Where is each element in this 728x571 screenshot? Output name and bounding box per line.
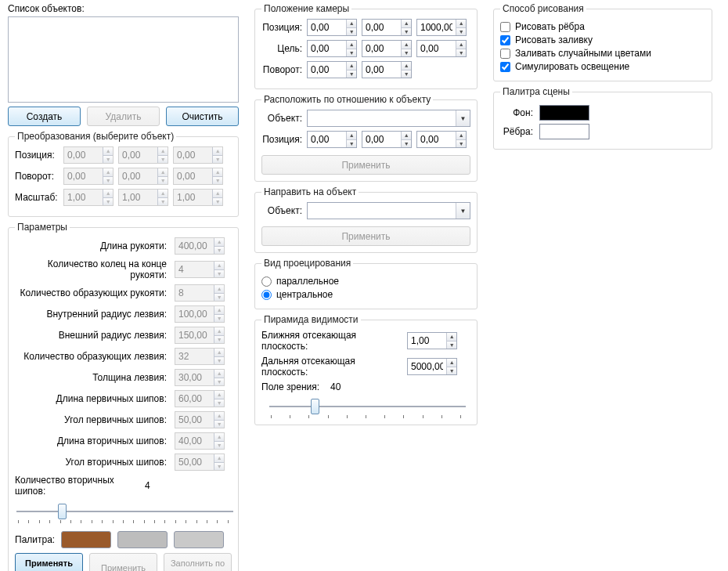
draw-edges-checkbox[interactable]	[500, 22, 510, 32]
relative-pos-z-spinner[interactable]: ▲▼	[416, 131, 467, 148]
scene-palette-group: Палитра сцены Фон: Рёбра:	[493, 86, 712, 150]
draw-mode-group: Способ рисования Рисовать рёбра Рисовать…	[493, 3, 712, 81]
relative-apply-button[interactable]: Применить	[261, 155, 470, 175]
palette-color-3[interactable]	[174, 531, 224, 548]
edge-color-label: Рёбра:	[500, 126, 533, 137]
handle-segments-spinner[interactable]: ▲▼	[175, 284, 225, 302]
draw-fill-checkbox[interactable]	[500, 35, 510, 45]
camera-rotation-label: Поворот:	[261, 64, 302, 75]
camera-position-group: Положение камеры Позиция: ▲▼ ▲▼ ▲▼ Цель:…	[254, 3, 478, 89]
scale-x-spinner[interactable]: ▲▼	[63, 189, 114, 206]
edge-color-swatch[interactable]	[539, 124, 589, 139]
delete-button[interactable]: Удалить	[87, 107, 160, 126]
rotation-x-spinner[interactable]: ▲▼	[63, 168, 114, 185]
inner-radius-spinner[interactable]: ▲▼	[175, 305, 225, 323]
camera-position-legend: Положение камеры	[261, 3, 351, 14]
near-plane-spinner[interactable]: ▲▼	[407, 332, 457, 349]
relative-position-legend: Расположить по отношению к объекту	[261, 94, 433, 105]
fov-label: Поле зрения:	[261, 381, 319, 392]
scale-z-spinner[interactable]: ▲▼	[173, 189, 223, 206]
position-z-spinner[interactable]: ▲▼	[173, 146, 223, 164]
secondary-spike-count-slider[interactable]	[16, 502, 233, 521]
position-label: Позиция:	[15, 150, 59, 161]
far-plane-spinner[interactable]: ▲▼	[407, 358, 457, 375]
blade-thickness-spinner[interactable]: ▲▼	[175, 369, 225, 386]
projection-central-radio[interactable]	[261, 290, 272, 300]
camera-target-y-spinner[interactable]: ▲▼	[362, 40, 412, 57]
near-plane-label: Ближняя отсекающая плоскость:	[261, 330, 402, 352]
primary-spike-angle-spinner[interactable]: ▲▼	[175, 411, 225, 428]
chevron-down-icon[interactable]: ▼	[456, 203, 470, 219]
draw-edges-label: Рисовать рёбра	[515, 21, 585, 32]
simulate-lighting-checkbox[interactable]	[500, 62, 510, 72]
draw-fill-label: Рисовать заливку	[515, 34, 593, 45]
chevron-down-icon[interactable]: ▼	[456, 110, 470, 126]
lookat-apply-button[interactable]: Применить	[261, 226, 470, 246]
camera-rotation-x-spinner[interactable]: ▲▼	[307, 61, 357, 78]
relative-pos-x-spinner[interactable]: ▲▼	[307, 131, 357, 148]
camera-panel: Положение камеры Позиция: ▲▼ ▲▼ ▲▼ Цель:…	[247, 0, 485, 571]
projection-parallel-label: параллельное	[276, 276, 339, 287]
relative-object-combo[interactable]: ▼	[307, 110, 470, 127]
fill-defaults-button[interactable]: Заполнить по умолчанию	[164, 553, 232, 571]
outer-radius-label: Внешний радиус лезвия:	[15, 330, 170, 341]
draw-mode-legend: Способ рисования	[500, 3, 586, 14]
palette-color-2[interactable]	[117, 531, 168, 548]
parameters-legend: Параметры	[15, 222, 70, 233]
clear-button[interactable]: Очистить	[166, 107, 239, 126]
simulate-lighting-label: Симулировать освещение	[515, 61, 629, 72]
blade-segments-label: Количество образующих лезвия:	[15, 351, 170, 362]
primary-spike-angle-label: Угол первичных шипов:	[15, 414, 170, 425]
secondary-spike-angle-label: Угол вторичных шипов:	[15, 457, 170, 468]
camera-rotation-y-spinner[interactable]: ▲▼	[362, 61, 412, 78]
far-plane-label: Дальняя отсекающая плоскость:	[261, 356, 402, 378]
rings-count-spinner[interactable]: ▲▼	[175, 261, 225, 278]
secondary-spike-angle-spinner[interactable]: ▲▼	[175, 454, 225, 471]
fov-slider[interactable]	[269, 397, 466, 416]
camera-pos-y-spinner[interactable]: ▲▼	[362, 19, 412, 36]
camera-target-x-spinner[interactable]: ▲▼	[307, 40, 357, 57]
rings-count-label: Количество колец на конце рукояти:	[15, 258, 170, 280]
palette-color-1[interactable]	[61, 531, 111, 548]
scale-label: Масштаб:	[15, 192, 59, 203]
objects-listbox[interactable]	[8, 16, 239, 103]
camera-pos-x-spinner[interactable]: ▲▼	[307, 19, 357, 36]
background-color-swatch[interactable]	[539, 105, 589, 121]
rotation-z-spinner[interactable]: ▲▼	[173, 168, 223, 185]
create-button[interactable]: Создать	[8, 107, 81, 126]
scale-y-spinner[interactable]: ▲▼	[118, 189, 168, 206]
primary-spike-length-label: Длина первичных шипов:	[15, 393, 170, 404]
apply-params-button[interactable]: Применить	[89, 553, 157, 571]
relative-object-label: Объект:	[261, 113, 302, 124]
projection-central-label: центральное	[276, 289, 333, 300]
camera-target-z-spinner[interactable]: ▲▼	[416, 40, 467, 57]
random-colors-checkbox[interactable]	[500, 49, 510, 59]
rotation-label: Поворот:	[15, 171, 59, 182]
handle-segments-label: Количество образующих рукояти:	[15, 287, 170, 298]
projection-parallel-radio[interactable]	[261, 276, 272, 287]
fov-value: 40	[330, 381, 341, 392]
position-y-spinner[interactable]: ▲▼	[118, 146, 168, 164]
relative-pos-label: Позиция:	[261, 134, 302, 145]
lookat-object-combo[interactable]: ▼	[307, 202, 470, 219]
rotation-y-spinner[interactable]: ▲▼	[118, 168, 168, 185]
camera-pos-label: Позиция:	[261, 22, 302, 33]
secondary-spike-length-spinner[interactable]: ▲▼	[175, 432, 225, 450]
camera-target-label: Цель:	[261, 43, 302, 54]
secondary-spike-length-label: Длина вторичных шипов:	[15, 435, 170, 446]
primary-spike-length-spinner[interactable]: ▲▼	[175, 390, 225, 407]
blade-thickness-label: Толщина лезвия:	[15, 372, 170, 383]
background-color-label: Фон:	[500, 107, 533, 118]
projection-group: Вид проецирования параллельное центральн…	[254, 258, 478, 309]
auto-apply-button[interactable]: Применять автоматически	[15, 553, 83, 571]
handle-length-spinner[interactable]: ▲▼	[175, 237, 225, 255]
lookat-legend: Направить на объект	[261, 186, 359, 197]
blade-segments-spinner[interactable]: ▲▼	[175, 348, 225, 365]
transforms-group: Преобразования (выберите объект) Позиция…	[8, 131, 239, 217]
relative-pos-y-spinner[interactable]: ▲▼	[362, 131, 412, 148]
handle-length-label: Длина рукояти:	[15, 240, 170, 251]
outer-radius-spinner[interactable]: ▲▼	[175, 327, 225, 344]
scene-palette-legend: Палитра сцены	[500, 86, 572, 97]
position-x-spinner[interactable]: ▲▼	[63, 146, 114, 164]
camera-pos-z-spinner[interactable]: ▲▼	[416, 19, 467, 36]
